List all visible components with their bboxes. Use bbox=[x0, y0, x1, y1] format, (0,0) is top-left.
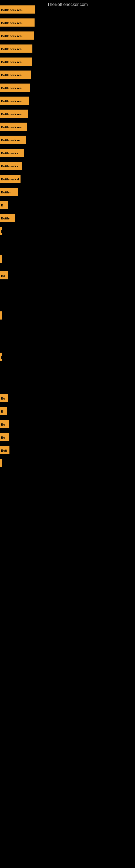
bar-item: Bottleneck res bbox=[0, 97, 29, 105]
bar-label bbox=[0, 311, 2, 319]
bar-label: Bo bbox=[0, 433, 9, 441]
bar-label: Bottlen bbox=[0, 188, 18, 196]
bar-label: Bottleneck res bbox=[0, 84, 30, 92]
bar-label: Bottleneck resu bbox=[0, 19, 35, 27]
bar-label: Bottleneck re bbox=[0, 135, 26, 144]
bar-label: B bbox=[0, 201, 8, 209]
bar-label: Bottleneck resu bbox=[0, 5, 35, 13]
bar-label: Bottleneck d bbox=[0, 175, 20, 183]
bar-item: Bo bbox=[0, 433, 9, 441]
bar-item: Bottleneck res bbox=[0, 44, 32, 53]
bar-label: Bottleneck res bbox=[0, 110, 28, 118]
bar-item: Bottleneck resu bbox=[0, 19, 35, 27]
bar-item: Bottleneck r bbox=[0, 149, 24, 157]
bar-item: B bbox=[0, 407, 7, 415]
bar-item: Bottlen bbox=[0, 188, 18, 196]
bar-label: Bottleneck res bbox=[0, 123, 27, 131]
bar-label bbox=[0, 459, 2, 467]
bar-label: | bbox=[0, 352, 2, 361]
bar-label: Bottleneck res bbox=[0, 44, 32, 53]
bar-item: | bbox=[0, 352, 2, 361]
bar-label: Bottleneck res bbox=[0, 70, 31, 79]
bar-item: Bottleneck d bbox=[0, 175, 20, 183]
bar-label: | bbox=[0, 227, 2, 235]
bar-item bbox=[0, 311, 2, 319]
bar-label: Bo bbox=[0, 271, 8, 279]
bar-label: Bo bbox=[0, 420, 9, 428]
bar-item: Bottleneck res bbox=[0, 110, 28, 118]
bar-label: Bottleneck resu bbox=[0, 31, 34, 40]
bar-label: Bo bbox=[0, 394, 8, 402]
bar-label: Bottleneck res bbox=[0, 58, 32, 66]
bar-item: Bott bbox=[0, 446, 9, 454]
bar-item: Bo bbox=[0, 420, 9, 428]
bar-item bbox=[0, 459, 2, 467]
bar-item: Bottleneck resu bbox=[0, 5, 35, 13]
bar-item: Bottleneck re bbox=[0, 135, 26, 144]
bar-label bbox=[0, 255, 2, 263]
bar-item: Bottleneck res bbox=[0, 84, 30, 92]
bar-item: Bottleneck res bbox=[0, 70, 31, 79]
bar-item: Bo bbox=[0, 394, 8, 402]
bar-label: Bottleneck res bbox=[0, 97, 29, 105]
bar-label: Bottleneck r bbox=[0, 162, 22, 170]
bar-label: Bottleneck r bbox=[0, 149, 24, 157]
bar-item: Bottleneck res bbox=[0, 123, 27, 131]
bar-item: Bo bbox=[0, 271, 8, 279]
bar-item: | bbox=[0, 227, 2, 235]
bar-label: Bott bbox=[0, 446, 9, 454]
bar-item bbox=[0, 255, 2, 263]
bar-label: B bbox=[0, 407, 7, 415]
bar-item: Bottle bbox=[0, 214, 15, 222]
bar-item: Bottleneck resu bbox=[0, 31, 34, 40]
bar-item: B bbox=[0, 201, 8, 209]
bar-item: Bottleneck r bbox=[0, 162, 22, 170]
bar-item: Bottleneck res bbox=[0, 58, 32, 66]
bar-label: Bottle bbox=[0, 214, 15, 222]
